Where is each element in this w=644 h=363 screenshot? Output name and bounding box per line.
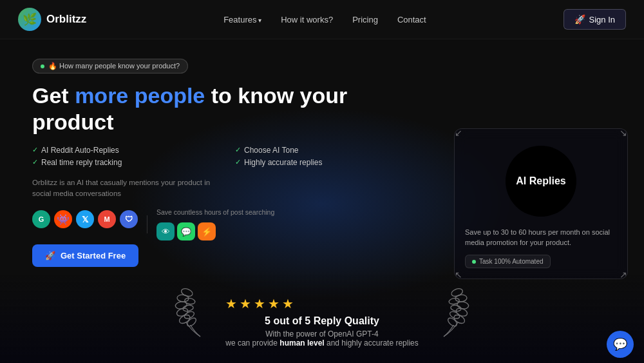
corner-tl-icon: ↙ (453, 128, 464, 138)
feature-3: ✓ Real time reply tracking (32, 158, 222, 167)
mini-icon-1: 👁 (156, 222, 175, 240)
ai-card: ↙ ↘ ↖ ↗ AI Replies Save up to 30 to 60 h… (454, 128, 628, 280)
logo[interactable]: 🌿 Orblitzz (18, 8, 86, 31)
laurel-right (435, 284, 470, 342)
card-tag: Task 100% Automated (465, 255, 551, 268)
svg-point-13 (450, 287, 464, 297)
reddit-icon: 👾 (54, 210, 72, 228)
nav-links: Features How it works? Pricing Contact (223, 14, 426, 25)
headline-start: Get (32, 83, 75, 108)
rating-text: 5 out of 5 Reply Quality (225, 315, 419, 327)
nav-pricing[interactable]: Pricing (352, 14, 378, 25)
check-icon-3: ✓ (32, 158, 38, 166)
tag-badge: 🔥 How many people know your product? (32, 59, 188, 74)
chat-bubble-button[interactable]: 💬 (607, 331, 634, 358)
main-content: 🔥 How many people know your product? Get… (0, 39, 644, 363)
mini-icon-3: ⚡ (198, 222, 216, 240)
star-2: ★ (240, 296, 251, 311)
check-icon-1: ✓ (32, 146, 38, 154)
gmail-icon: M (98, 210, 116, 228)
human-label: human level (279, 338, 324, 348)
star-1: ★ (225, 296, 237, 311)
twitter-icon: 𝕏 (76, 210, 94, 228)
get-started-button[interactable]: 🚀 Get Started Free (32, 244, 138, 267)
card-description: Save up to 30 to 60 hours per month on s… (465, 227, 617, 248)
vertical-divider (147, 215, 147, 233)
star-3: ★ (254, 296, 265, 311)
logo-text: Orblitzz (46, 13, 86, 26)
logo-icon: 🌿 (18, 8, 41, 31)
bottom-rating: ★ ★ ★ ★ ★ 5 out of 5 Reply Quality With … (0, 275, 644, 363)
check-icon-2: ✓ (235, 146, 241, 154)
rating-content: ★ ★ ★ ★ ★ 5 out of 5 Reply Quality With … (225, 296, 419, 348)
feature-1: ✓ AI Reddit Auto-Replies (32, 146, 222, 155)
ai-circle: AI Replies (506, 146, 576, 217)
check-icon-4: ✓ (235, 158, 241, 166)
mini-icon-2: 💬 (177, 222, 195, 240)
stars-row: ★ ★ ★ ★ ★ (225, 296, 419, 311)
star-4: ★ (268, 296, 279, 311)
badge-text: 🔥 How many people know your product? (48, 62, 180, 70)
gpt-icon: G (32, 210, 50, 228)
laurel-left (174, 284, 209, 342)
navbar: 🌿 Orblitzz Features How it works? Pricin… (0, 0, 644, 39)
feature-4: ✓ Highly accurate replies (235, 158, 425, 167)
save-label: Save countless hours of post searching (156, 208, 274, 216)
svg-point-4 (180, 287, 194, 297)
nav-features[interactable]: Features (223, 14, 261, 25)
headline-highlight: more people (75, 83, 205, 108)
hero-description: Orblitzz is an AI that casually mentions… (32, 177, 219, 200)
rocket-cta-icon: 🚀 (45, 251, 55, 260)
star-5: ★ (282, 296, 294, 311)
nav-contact[interactable]: Contact (397, 14, 426, 25)
features-list: ✓ AI Reddit Auto-Replies ✓ Choose AI Ton… (32, 146, 425, 167)
corner-tr-icon: ↘ (618, 128, 629, 138)
feature-2: ✓ Choose AI Tone (235, 146, 425, 155)
mini-icons: 👁 💬 ⚡ (156, 222, 274, 240)
rating-sub: With the power of OpenAI GPT-4 we can pr… (225, 329, 419, 348)
tag-dot (472, 260, 476, 264)
hero-headline: Get more people to know your product (32, 83, 425, 135)
signin-button[interactable]: 🚀 Sign In (564, 9, 626, 30)
nav-howitworks[interactable]: How it works? (281, 14, 333, 25)
rocket-icon: 🚀 (574, 14, 585, 25)
badge-dot (41, 64, 44, 68)
shield-icon: 🛡 (120, 210, 138, 228)
social-icons: G 👾 𝕏 M 🛡 (32, 210, 138, 228)
chat-bubble-icon: 💬 (613, 337, 627, 351)
